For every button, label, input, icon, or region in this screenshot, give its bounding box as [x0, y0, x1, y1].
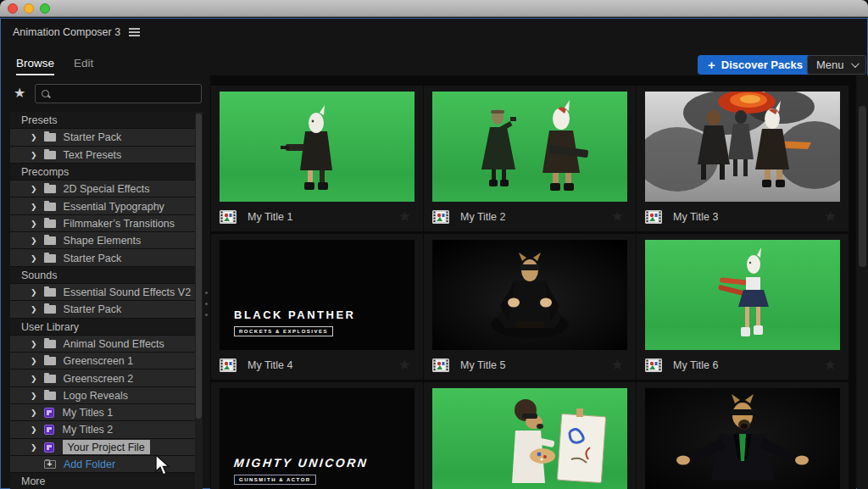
chevron-right-icon: ❯ — [31, 392, 37, 400]
chevron-down-icon — [850, 59, 859, 68]
favorite-star-icon[interactable]: ★ — [398, 356, 411, 374]
menu-button[interactable]: Menu — [807, 55, 866, 75]
card-title: My Title 2 — [460, 211, 506, 223]
card-label-bar: My Title 4 ★ — [220, 350, 415, 380]
media-card[interactable]: My Title 2 ★ — [424, 86, 636, 231]
sidebar-item-label: Sounds — [21, 270, 57, 281]
media-card[interactable]: MIGHTY UNICORN GUNSMITH & ACTOR ★ — [211, 382, 423, 489]
project-file-icon — [44, 408, 54, 418]
hamburger-menu-icon[interactable] — [129, 26, 140, 38]
add-folder-icon: + — [44, 460, 56, 469]
sidebar-item-presets[interactable]: Presets — [10, 112, 195, 129]
folder-icon — [44, 375, 56, 383]
chevron-right-icon: ❯ — [31, 443, 37, 452]
sidebar-item-animal-sound-effects[interactable]: ❯ Animal Sound Effects — [10, 336, 195, 353]
zoom-button[interactable] — [40, 3, 50, 14]
sidebar-scrollbar[interactable] — [195, 112, 203, 489]
favorite-star-icon[interactable]: ★ — [611, 356, 624, 374]
video-thumbnail[interactable] — [432, 92, 627, 202]
sidebar-item-my-titles-1[interactable]: ❯ My Titles 1 — [10, 404, 195, 421]
video-thumbnail[interactable] — [645, 92, 840, 202]
sidebar-item-2d-special-effects[interactable]: ❯ 2D Special Effects — [10, 181, 195, 197]
macos-titlebar[interactable] — [0, 0, 868, 17]
sidebar-item-essential-sound-effects-v2[interactable]: ❯ Essential Sound Effects V2 — [10, 284, 195, 301]
search-box[interactable] — [35, 84, 202, 103]
video-thumbnail[interactable] — [220, 92, 415, 202]
card-title: My Title 1 — [248, 211, 293, 223]
filmstrip-icon — [432, 210, 449, 224]
sidebar-item-greenscreen-2[interactable]: ❯ Greenscreen 2 — [10, 370, 195, 386]
sidebar-item-label: Greenscreen 2 — [64, 373, 134, 385]
sidebar-item-precomps[interactable]: Precomps — [10, 164, 195, 181]
chevron-right-icon: ❯ — [31, 408, 37, 417]
sidebar-item-starter-pack[interactable]: ❯ Starter Pack — [10, 249, 195, 266]
filmstrip-icon — [645, 210, 662, 224]
tab-edit[interactable]: Edit — [74, 57, 93, 69]
sidebar-item-label: Animal Sound Effects — [64, 338, 164, 350]
sidebar-item-starter-pack[interactable]: ❯ Starter Pack — [10, 301, 195, 318]
favorite-star-icon[interactable]: ★ — [398, 208, 411, 225]
minimize-button[interactable] — [24, 3, 34, 14]
favorite-star-icon[interactable]: ★ — [611, 208, 624, 225]
sidebar-item-logo-reveals[interactable]: ❯ Logo Reveals — [10, 387, 195, 404]
sidebar-item-user-library[interactable]: User Library — [10, 319, 195, 336]
video-thumbnail[interactable] — [645, 388, 840, 489]
content-scrollbar-thumb[interactable] — [859, 106, 866, 267]
sidebar-item-shape-elements[interactable]: ❯ Shape Elements — [10, 232, 195, 249]
sidebar-item-essential-typography[interactable]: ❯ Essential Typography — [10, 197, 195, 214]
discover-packs-button[interactable]: + Discover Packs — [698, 55, 813, 75]
video-thumbnail[interactable]: MIGHTY UNICORN GUNSMITH & ACTOR — [220, 388, 415, 489]
search-icon — [41, 89, 51, 99]
video-thumbnail[interactable] — [432, 240, 627, 350]
sidebar-item-label: Essential Sound Effects V2 — [64, 286, 192, 298]
panel-divider-grip[interactable] — [205, 292, 208, 325]
chevron-right-icon: ❯ — [31, 375, 37, 383]
sidebar-scrollbar-thumb[interactable] — [196, 114, 202, 419]
content-scrollbar[interactable] — [857, 75, 868, 489]
folder-icon — [44, 151, 56, 159]
media-card[interactable]: My Title 1 ★ — [211, 86, 423, 231]
sidebar-item-label: Presets — [21, 114, 57, 126]
tab-browse[interactable]: Browse — [16, 57, 54, 69]
sidebar-item-my-titles-2[interactable]: ❯ My Titles 2 — [10, 421, 195, 438]
dark-presenter-thumbnail — [645, 388, 840, 489]
close-button[interactable] — [8, 3, 18, 14]
video-thumbnail[interactable] — [645, 240, 840, 350]
media-card[interactable]: BLACK PANTHER ROCKETS & EXPLOSIVES My Ti… — [211, 234, 423, 380]
explosion-trio-thumbnail — [645, 92, 840, 202]
sidebar-item-text-presets[interactable]: ❯ Text Presets — [10, 147, 195, 164]
title-overlay: MIGHTY UNICORN GUNSMITH & ACTOR — [234, 456, 368, 485]
filmstrip-icon — [432, 358, 449, 372]
sidebar-item-label: Add Folder — [64, 458, 115, 470]
search-input[interactable] — [55, 88, 196, 100]
video-thumbnail[interactable]: BLACK PANTHER ROCKETS & EXPLOSIVES — [220, 240, 415, 350]
animation-composer-window: Animation Composer 3 Browse Edit + Disco… — [0, 0, 868, 489]
favorites-filter-star-icon[interactable]: ★ — [14, 85, 25, 101]
favorite-star-icon[interactable]: ★ — [824, 208, 837, 225]
favorite-star-icon[interactable]: ★ — [824, 356, 837, 374]
sidebar-item-label: My Titles 1 — [63, 407, 114, 419]
chevron-right-icon: ❯ — [31, 185, 37, 193]
media-card[interactable]: My Title 3 ★ — [637, 86, 849, 231]
media-card[interactable]: ★ — [637, 382, 849, 489]
chevron-right-icon: ❯ — [31, 203, 37, 211]
project-file-icon — [44, 425, 54, 435]
media-card[interactable]: My Title 6 ★ — [637, 234, 849, 380]
traffic-lights — [8, 3, 50, 14]
sidebar-item-label: Starter Pack — [64, 253, 122, 264]
video-thumbnail[interactable] — [432, 388, 627, 489]
app-title-row: Animation Composer 3 — [13, 26, 140, 38]
chevron-right-icon: ❯ — [31, 340, 37, 348]
sidebar-item-starter-pack[interactable]: ❯ Starter Pack — [10, 129, 195, 146]
sidebar-item-your-project-file[interactable]: ❯ Your Project File — [10, 439, 195, 456]
sidebar-item-filmmaker-s-transitions[interactable]: ❯ Filmmaker’s Transitions — [10, 215, 195, 232]
folder-icon — [44, 340, 56, 348]
sidebar-item-sounds[interactable]: Sounds — [10, 267, 195, 284]
sidebar-item-greenscreen-1[interactable]: ❯ Greenscreen 1 — [10, 353, 195, 370]
filmstrip-icon — [220, 358, 236, 372]
media-card[interactable]: ★ — [424, 382, 636, 489]
overlay-subheading: ROCKETS & EXPLOSIVES — [234, 326, 333, 336]
folder-icon — [44, 288, 56, 297]
media-card[interactable]: My Title 5 ★ — [424, 234, 636, 380]
folder-icon — [44, 185, 56, 193]
